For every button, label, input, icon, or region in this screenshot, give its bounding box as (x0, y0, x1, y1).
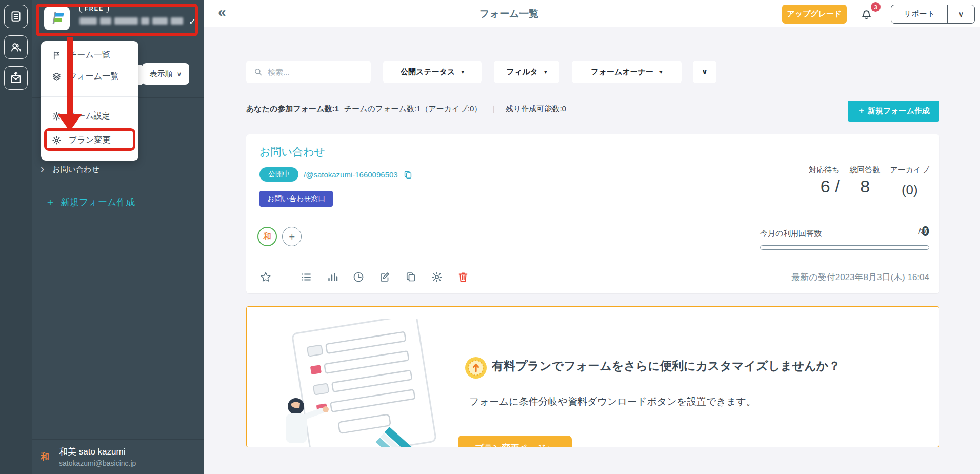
forms-nav-button[interactable] (4, 5, 28, 28)
owner-filter-dropdown[interactable]: フォームオーナー ▾ (572, 61, 682, 83)
inbox-nav-button[interactable] (4, 66, 28, 90)
formrun-logo (44, 7, 70, 30)
menu-item-team-list[interactable]: チーム一覧 (41, 46, 138, 64)
flag-icon (52, 50, 62, 60)
layers-icon (52, 72, 62, 82)
user-email: satokazumi@basicinc.jp (59, 459, 136, 467)
duplicate-icon[interactable] (405, 271, 417, 283)
form-card: お問い合わせ 公開中 /@satokazumi-1660096503 お問い合わ… (246, 134, 939, 293)
new-form-button-label: 新規フォーム作成 (868, 106, 930, 116)
list-view-icon[interactable] (300, 271, 312, 283)
search-icon (253, 67, 263, 77)
usage-progress-bar (760, 245, 929, 250)
plan-change-button[interactable]: プラン変更ページへ (458, 436, 572, 447)
waiting-label: 対応待ち (800, 165, 840, 175)
usage-limit: /30 (918, 227, 929, 235)
copy-icon[interactable] (403, 170, 413, 180)
sidebar-item-form[interactable]: › お問い合わせ (32, 160, 204, 179)
promo-illustration (265, 319, 465, 447)
support-button-group: サポート ∨ (891, 5, 975, 24)
upgrade-promo-banner: 有料プランでフォームをさらに便利にカスタマイズしませんか？ フォームに条件分岐や… (246, 306, 939, 447)
notification-count-badge: 3 (871, 2, 881, 12)
promo-heading: 有料プランでフォームをさらに便利にカスタマイズしませんか？ (492, 358, 840, 374)
form-url-row: 公開中 /@satokazumi-1660096503 (259, 167, 413, 182)
search-box (246, 61, 371, 83)
form-tag: お問い合わせ窓口 (259, 191, 333, 207)
sort-order-label: 表示順 (150, 69, 173, 79)
plus-icon: ＋ (857, 106, 866, 116)
sidebar-new-form-button[interactable]: ＋ 新規フォーム作成 (45, 195, 135, 209)
star-icon[interactable] (259, 271, 272, 283)
separator: ｜ (490, 104, 497, 114)
form-title-link[interactable]: お問い合わせ (259, 145, 325, 159)
account-menu[interactable]: 和 和美 sato kazumi satokazumi@basicinc.jp (32, 439, 204, 474)
menu-item-plan-change[interactable]: プラン変更 (41, 131, 138, 149)
member-avatar: 和 (257, 227, 277, 246)
support-menu-toggle[interactable]: ∨ (948, 5, 974, 23)
add-member-button[interactable]: ＋ (282, 227, 302, 246)
total-value: 8 (847, 175, 883, 198)
joined-form-count: あなたの参加フォーム数:1 (246, 104, 339, 114)
form-url-link[interactable]: /@satokazumi-1660096503 (304, 170, 398, 179)
archive-value: (0) (890, 175, 929, 201)
menu-item-label: チーム一覧 (69, 50, 110, 61)
chevron-down-icon: ▾ (461, 69, 464, 75)
user-avatar: 和 (41, 451, 49, 463)
gear-icon[interactable] (431, 271, 443, 283)
menu-item-label: チーム設定 (69, 111, 110, 122)
new-form-button[interactable]: ＋ 新規フォーム作成 (848, 101, 939, 122)
sidebar-form-label: お問い合わせ (52, 165, 99, 174)
chevron-down-icon: ∨ (177, 70, 182, 78)
check-icon: ✓ (189, 16, 196, 27)
team-switcher[interactable]: FREE ✓ (32, 0, 204, 37)
monthly-usage: 今月の利用回答数 0 /30 (760, 224, 929, 250)
chevron-right-icon: › (41, 163, 44, 176)
owner-filter-label: フォームオーナー (591, 67, 653, 77)
promo-description: フォームに条件分岐や資料ダウンロードボタンを設置できます。 (469, 395, 756, 408)
mail-upload-icon (9, 71, 23, 85)
usage-label: 今月の利用回答数 (760, 229, 822, 239)
status-filter-label: 公開ステータス (401, 67, 455, 77)
response-stats: 対応待ち 6 / 総回答数 8 アーカイブ (0) (800, 165, 929, 201)
trash-icon[interactable] (457, 271, 469, 283)
free-plan-badge: FREE (79, 4, 109, 13)
chevron-down-icon: ▾ (544, 69, 547, 75)
gear-icon (52, 111, 62, 121)
archive-label: アーカイブ (890, 165, 929, 175)
filter-dropdown[interactable]: フィルタ ▾ (494, 61, 559, 83)
menu-item-form-list[interactable]: フォーム一覧 (41, 68, 138, 85)
chevron-down-icon: ∨ (702, 68, 707, 76)
remaining-count: 残り作成可能数:0 (506, 104, 566, 114)
members-nav-button[interactable] (4, 35, 28, 59)
chevron-down-icon: ▾ (659, 69, 663, 75)
search-input[interactable] (268, 68, 355, 76)
status-badge: 公開中 (259, 167, 298, 182)
plus-icon: ＋ (45, 195, 55, 209)
chevron-down-icon: ∨ (958, 10, 964, 19)
bar-chart-icon[interactable] (326, 271, 338, 283)
menu-item-label: フォーム一覧 (69, 71, 118, 82)
form-document-icon (9, 10, 23, 23)
user-name: 和美 sato kazumi (59, 446, 125, 458)
team-form-count: チームのフォーム数:1（アーカイブ:0） (344, 104, 482, 114)
upgrade-button[interactable]: アップグレード (782, 5, 847, 24)
clock-icon[interactable] (352, 271, 365, 283)
team-name-redacted (79, 17, 183, 25)
support-button[interactable]: サポート (891, 5, 948, 23)
coin-upgrade-icon (464, 356, 488, 380)
status-filter-dropdown[interactable]: 公開ステータス ▾ (383, 61, 482, 83)
icon-rail (0, 0, 32, 474)
sidebar-divider (32, 184, 204, 184)
filter-label: フィルタ (507, 67, 538, 77)
people-icon (9, 41, 23, 54)
menu-item-label: プラン変更 (69, 135, 110, 146)
collapse-sidebar-button[interactable]: « (218, 4, 226, 21)
edit-icon[interactable] (378, 271, 391, 283)
plus-icon: ＋ (287, 230, 297, 243)
menu-item-team-settings[interactable]: チーム設定 (41, 107, 138, 125)
waiting-value: 6 / (800, 175, 840, 198)
sort-order-button[interactable]: 表示順 ∨ (142, 63, 189, 85)
gear-icon (52, 135, 62, 145)
more-filters-button[interactable]: ∨ (693, 61, 716, 83)
member-avatars: 和 ＋ (257, 227, 302, 246)
